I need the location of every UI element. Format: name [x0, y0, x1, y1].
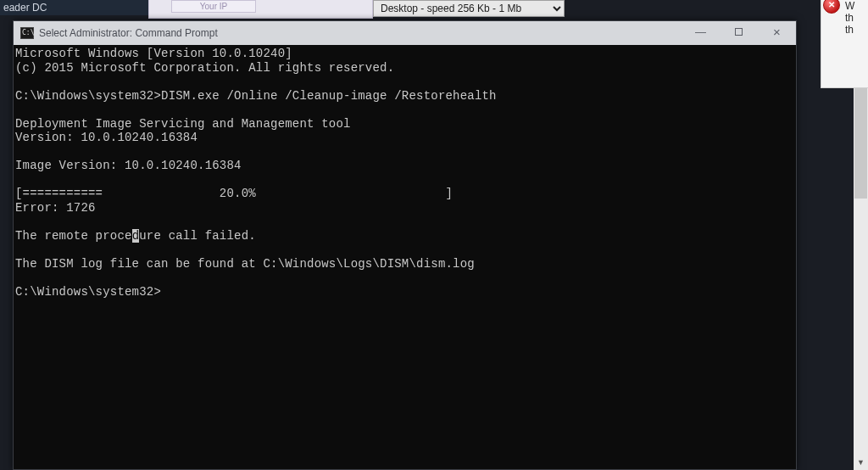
terminal-line: C:\Windows\system32>DISM.exe /Online /Cl…	[15, 89, 497, 103]
side-dialog-text: W th th	[845, 0, 854, 36]
error-icon	[823, 0, 840, 14]
terminal-line: [=========== 20.0% ]	[15, 187, 453, 200]
terminal-line: Microsoft Windows [Version 10.0.10240]	[15, 47, 292, 60]
terminal-line: Deployment Image Servicing and Managemen…	[15, 117, 351, 131]
terminal-line: Error: 1726	[15, 201, 96, 215]
close-button[interactable]: ×	[758, 21, 796, 42]
taskbar-fragment: eader DC	[0, 0, 148, 15]
background-card-label: Your IP	[171, 0, 256, 13]
command-prompt-window: C:\ Select Administrator: Command Prompt…	[13, 20, 797, 470]
maximize-button[interactable]	[720, 21, 758, 42]
background-card: Your IP	[148, 0, 373, 19]
background-scrollbar[interactable]: ▼	[854, 88, 868, 470]
maximize-icon	[735, 28, 743, 36]
terminal-line: The remote procedure call failed.	[15, 229, 256, 243]
scrollbar-thumb[interactable]	[854, 88, 867, 199]
terminal-line: Image Version: 10.0.10240.16384	[15, 159, 242, 172]
terminal-line: The DISM log file can be found at C:\Win…	[15, 257, 475, 271]
terminal-line: C:\Windows\system32>	[15, 285, 161, 299]
minimize-button[interactable]: —	[682, 21, 720, 42]
text-cursor: d	[132, 229, 140, 243]
terminal-line: (c) 2015 Microsoft Corporation. All righ…	[15, 61, 394, 75]
side-dialog-fragment: W th th	[821, 0, 868, 88]
window-controls: — ×	[682, 21, 796, 45]
titlebar[interactable]: C:\ Select Administrator: Command Prompt…	[14, 21, 796, 45]
desktop: eader DC Your IP Desktop - speed 256 Kb …	[0, 0, 868, 470]
terminal-output[interactable]: Microsoft Windows [Version 10.0.10240] (…	[14, 45, 796, 469]
speed-dropdown[interactable]: Desktop - speed 256 Kb - 1 Mb	[373, 0, 565, 17]
speed-dropdown-wrap: Desktop - speed 256 Kb - 1 Mb	[373, 0, 571, 19]
terminal-line: Version: 10.0.10240.16384	[15, 131, 198, 144]
window-title: Select Administrator: Command Prompt	[39, 27, 218, 39]
scrollbar-down-button[interactable]: ▼	[854, 456, 868, 470]
cmd-icon: C:\	[20, 27, 34, 39]
